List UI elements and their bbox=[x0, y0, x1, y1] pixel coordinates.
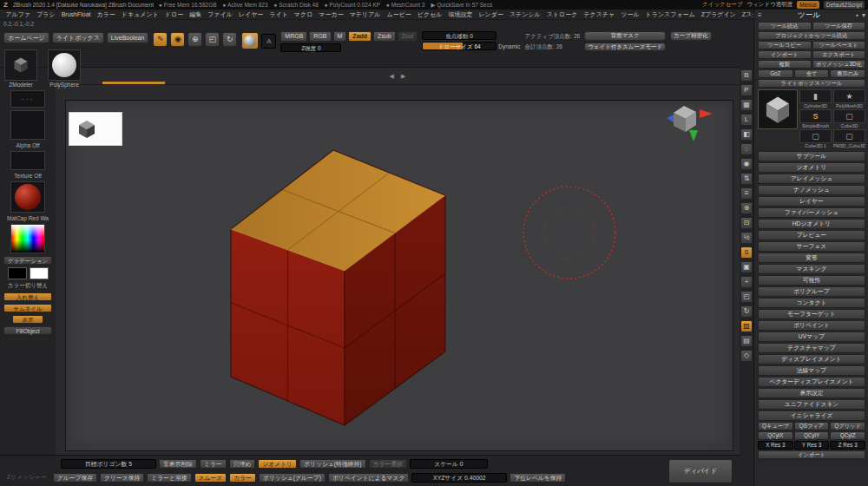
subpalette-header[interactable]: ポリペイント bbox=[758, 320, 865, 331]
subpalette-header[interactable]: ユニファイドスキン bbox=[758, 399, 865, 410]
subpalette-header[interactable]: ファイバーメッシュ bbox=[758, 207, 865, 218]
recent-tool-thumb[interactable]: ▮ Cylinder3D bbox=[799, 89, 832, 108]
transparency-icon[interactable]: ◧ bbox=[740, 128, 753, 141]
tray-button[interactable]: ポリペイントによるマスク bbox=[328, 473, 409, 483]
menu-item[interactable]: カラー bbox=[94, 10, 118, 19]
menu-item[interactable]: マクロ bbox=[291, 10, 316, 19]
tray-button[interactable]: ジオメトリ bbox=[258, 459, 297, 469]
subpalette-header[interactable]: マスキング bbox=[758, 264, 865, 274]
current-brush-zmodeler-thumb[interactable] bbox=[4, 49, 37, 81]
liveboolean-button[interactable]: LiveBoolean bbox=[107, 32, 149, 43]
cube-mesh[interactable] bbox=[231, 150, 445, 425]
tray-button[interactable]: 目標ポリゴン数 5 bbox=[61, 459, 156, 469]
menu-item[interactable]: レンダー bbox=[476, 10, 507, 19]
resolution-slider[interactable]: Z Res 3 bbox=[830, 441, 865, 450]
subpalette-header[interactable]: サーフェス bbox=[758, 241, 865, 252]
tool-action-button[interactable]: インポート bbox=[758, 50, 812, 59]
tool-action-button[interactable]: 全て bbox=[794, 69, 830, 78]
tool-action-button[interactable]: ツール読込 bbox=[758, 22, 812, 30]
menu-item[interactable]: ライト bbox=[266, 10, 292, 19]
thumbnail-button[interactable]: サムネイル bbox=[3, 304, 52, 312]
show-button[interactable]: 表示 bbox=[12, 315, 43, 324]
window-opacity-button[interactable]: ウィンドウ透明度 bbox=[747, 1, 793, 9]
menu-item[interactable]: ステンシル bbox=[506, 10, 543, 19]
palette-pin-icon[interactable]: ▪ bbox=[856, 11, 858, 19]
subpalette-header[interactable]: サブツール bbox=[758, 151, 865, 161]
document-viewport[interactable] bbox=[65, 100, 733, 451]
menu-item[interactable]: Zプラグイン bbox=[698, 10, 739, 19]
local-sym-icon[interactable]: L bbox=[740, 114, 753, 126]
quicksave-button[interactable]: クイックセーブ bbox=[702, 1, 742, 9]
current-stroke-thumb[interactable]: ··· bbox=[10, 90, 45, 108]
subpalette-header[interactable]: UVマップ bbox=[758, 332, 865, 342]
grid-icon[interactable]: ▤ bbox=[740, 335, 753, 347]
subpalette-header[interactable]: 変形 bbox=[758, 253, 865, 263]
current-alpha-thumb[interactable]: A bbox=[261, 34, 276, 49]
scale-mode-button[interactable]: ◰ bbox=[205, 32, 220, 47]
subpalette-header[interactable]: モーフターゲット bbox=[758, 309, 865, 319]
initialize-button[interactable]: QCylZ bbox=[830, 431, 865, 440]
controls-icon[interactable]: ◇ bbox=[740, 350, 753, 362]
tool-action-button[interactable]: ツールコピー bbox=[758, 41, 812, 49]
paint-mode-button[interactable]: RGB bbox=[309, 31, 331, 42]
paint-mode-button[interactable]: M bbox=[333, 31, 347, 42]
xpose-icon[interactable]: ⇅ bbox=[740, 173, 753, 185]
subpalette-header[interactable]: テクスチャマップ bbox=[758, 343, 865, 353]
menu-item[interactable]: マーカー bbox=[316, 10, 346, 19]
tray-button[interactable]: ポリッシュ(特徴維持) bbox=[299, 459, 366, 469]
aa-half-icon[interactable]: ½ bbox=[740, 232, 753, 244]
move-canvas-icon[interactable]: + bbox=[740, 276, 753, 288]
subpalette-header[interactable]: ナノメッシュ bbox=[758, 185, 865, 195]
subpalette-header[interactable]: レイヤー bbox=[758, 196, 865, 207]
dynamic-toggle[interactable]: Dynamic bbox=[498, 43, 520, 49]
menu-item[interactable]: ドキュメント bbox=[118, 10, 161, 19]
tray-button[interactable]: グループ保存 bbox=[53, 473, 97, 483]
tray-button[interactable]: ミラー bbox=[200, 459, 227, 469]
scroll-right-icon[interactable]: ▶ bbox=[401, 73, 405, 80]
palette-collapse-icon[interactable]: ▾ bbox=[862, 11, 865, 19]
menu-item[interactable]: トランスフォーム bbox=[642, 10, 698, 19]
nav-gizmo-icon[interactable] bbox=[667, 106, 713, 141]
subpalette-header[interactable]: 可視性 bbox=[758, 275, 865, 286]
import-button[interactable]: インポート bbox=[758, 450, 865, 459]
lightbox-button[interactable]: ライトボックス bbox=[52, 32, 104, 43]
move-mode-button[interactable]: ⊕ bbox=[187, 32, 202, 47]
paint-mode-button[interactable]: MRGB bbox=[280, 31, 307, 42]
tool-action-button[interactable]: 表示のみ bbox=[830, 69, 865, 78]
tool-action-button[interactable]: ポリメッシュ3D化 bbox=[812, 60, 866, 69]
menu-item[interactable]: ドロー bbox=[161, 10, 186, 19]
tool-action-button[interactable]: ツール保存 bbox=[812, 22, 866, 30]
subpalette-header[interactable]: イニシャライズ bbox=[758, 410, 865, 421]
palette-menu-icon[interactable]: ≡ bbox=[758, 11, 762, 19]
subpalette-header[interactable]: HDジオメトリ bbox=[758, 219, 865, 229]
menu-item[interactable]: テクスチャ bbox=[581, 10, 618, 19]
curve-refine-toggle[interactable]: カーブ精密化 bbox=[670, 31, 711, 41]
tool-action-button[interactable]: プロジェクトからツール読込 bbox=[758, 31, 865, 40]
gradient-button[interactable]: グラデーション bbox=[3, 256, 52, 265]
color-picker[interactable] bbox=[10, 224, 45, 253]
tray-button[interactable]: カラー bbox=[229, 473, 256, 483]
menu-item[interactable]: 環境設定 bbox=[445, 10, 476, 19]
subpalette-header[interactable]: プレビュー bbox=[758, 230, 865, 240]
polyframe-icon[interactable]: ▨ bbox=[740, 320, 753, 332]
menu-item[interactable]: レイヤー bbox=[235, 10, 266, 19]
floor-icon[interactable]: ▦ bbox=[740, 99, 753, 111]
secondary-color-swatch[interactable] bbox=[30, 267, 49, 279]
current-texture-slot[interactable] bbox=[10, 151, 45, 170]
tray-button[interactable]: Zリメッシャー bbox=[3, 473, 50, 483]
tray-button[interactable]: クリース保持 bbox=[100, 473, 144, 483]
tray-button[interactable]: カラー選択 bbox=[369, 459, 407, 469]
menu-item[interactable]: 編集 bbox=[187, 10, 205, 19]
resolution-slider[interactable]: X Res 3 bbox=[758, 441, 793, 450]
default-zscript-button[interactable]: DefaultZScript bbox=[824, 1, 865, 9]
tool-action-button[interactable]: エクスポート bbox=[812, 50, 866, 59]
rotate-mode-button[interactable]: ↻ bbox=[222, 32, 237, 47]
scroll-left-icon[interactable]: ◀ bbox=[390, 73, 394, 80]
lightbox-tab-indicator[interactable] bbox=[102, 82, 165, 84]
bpr-icon[interactable]: B bbox=[740, 69, 753, 82]
recent-tool-thumb[interactable]: ▢ PM3D_Cube3D bbox=[833, 129, 865, 148]
quick-tool-polysphere-thumb[interactable] bbox=[48, 49, 81, 81]
subpalette-header[interactable]: ベクターディスプレイスメント bbox=[758, 377, 865, 387]
main-color-swatch[interactable] bbox=[8, 267, 27, 279]
menu-item[interactable]: アルファ bbox=[3, 10, 34, 19]
